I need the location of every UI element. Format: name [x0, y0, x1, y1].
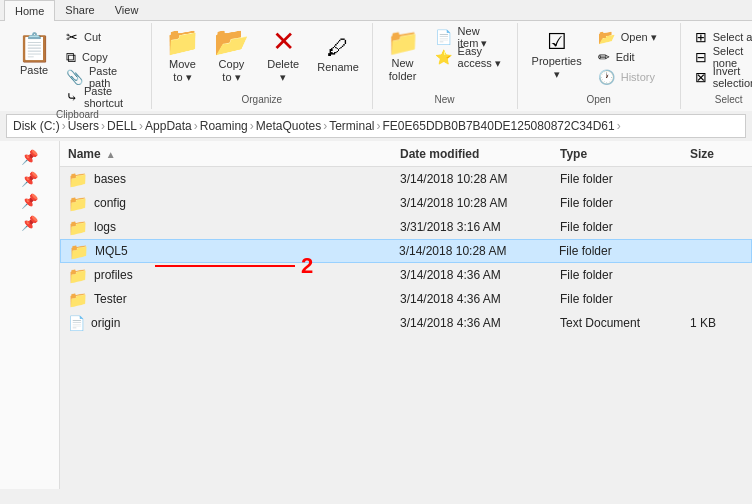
rename-button[interactable]: 🖊 Rename: [312, 25, 363, 87]
group-organize: 📁 Moveto ▾ 📂 Copyto ▾ ✕ Delete ▾ 🖊 Renam…: [152, 23, 373, 109]
ribbon-tabs: Home Share View: [0, 0, 752, 21]
select-none-icon: ⊟: [695, 49, 707, 65]
file-name-cell: 📄origin: [68, 315, 384, 331]
clipboard-label: Clipboard: [56, 107, 99, 122]
file-type: File folder: [551, 244, 681, 258]
open-group: 📂 Open ▾ ✏ Edit 🕐 History: [592, 25, 672, 87]
col-type[interactable]: Type: [552, 147, 682, 161]
file-date: 3/14/2018 10:28 AM: [391, 244, 551, 258]
pin-4[interactable]: 📌: [21, 215, 38, 231]
path-segment-1[interactable]: Disk (C:): [13, 119, 60, 133]
file-name-cell: 📁bases: [68, 170, 384, 189]
table-row[interactable]: 📁config 3/14/2018 10:28 AM File folder: [60, 191, 752, 215]
table-row[interactable]: 📁profiles 3/14/2018 4:36 AM File folder: [60, 263, 752, 287]
paste-path-button[interactable]: 📎 Paste path: [60, 67, 143, 87]
cut-button[interactable]: ✂ Cut: [60, 27, 143, 47]
paste-path-icon: 📎: [66, 69, 83, 85]
new-item-icon: 📄: [435, 29, 452, 45]
easy-access-label: Easy access ▾: [458, 45, 503, 70]
tab-view[interactable]: View: [105, 0, 149, 20]
history-icon: 🕐: [598, 69, 615, 85]
history-button[interactable]: 🕐 History: [592, 67, 672, 87]
move-to-label: Moveto ▾: [169, 58, 196, 84]
new-folder-label: Newfolder: [389, 57, 417, 83]
select-options-group: ⊞ Select all ⊟ Select none ⊠ Invert sele…: [689, 25, 752, 87]
rename-icon: 🖊: [327, 37, 349, 59]
invert-selection-button[interactable]: ⊠ Invert selection: [689, 67, 752, 87]
table-row[interactable]: 📄origin 3/14/2018 4:36 AM Text Document …: [60, 311, 752, 335]
cut-icon: ✂: [66, 29, 78, 45]
tab-home[interactable]: Home: [4, 0, 55, 21]
copy-button[interactable]: ⧉ Copy: [60, 47, 143, 67]
pin-2[interactable]: 📌: [21, 171, 38, 187]
file-type: File folder: [552, 172, 682, 186]
paste-label: Paste: [20, 64, 48, 77]
file-name: config: [94, 196, 126, 210]
open-button[interactable]: 📂 Open ▾: [592, 27, 672, 47]
sidebar-nav: 📌 📌 📌 📌: [0, 141, 60, 489]
file-name-cell: 📁config: [68, 194, 384, 213]
file-date: 3/14/2018 4:36 AM: [392, 268, 552, 282]
delete-label: Delete ▾: [264, 58, 302, 84]
file-name: Tester: [94, 292, 127, 306]
open-label: Open ▾: [621, 31, 657, 44]
file-type: Text Document: [552, 316, 682, 330]
file-pane: 📌 📌 📌 📌 Name ▲ Date modified Type Size 📁…: [0, 141, 752, 489]
col-date[interactable]: Date modified: [392, 147, 552, 161]
table-row[interactable]: 📁MQL5 3/14/2018 10:28 AM File folder: [60, 239, 752, 263]
file-date: 3/14/2018 4:36 AM: [392, 316, 552, 330]
move-to-button[interactable]: 📁 Moveto ▾: [160, 25, 205, 87]
easy-access-button[interactable]: ⭐ Easy access ▾: [429, 47, 509, 67]
sort-icon: ▲: [106, 149, 116, 160]
file-name-cell: 📁profiles: [68, 266, 384, 285]
edit-button[interactable]: ✏ Edit: [592, 47, 672, 67]
rename-label: Rename: [317, 61, 359, 74]
edit-icon: ✏: [598, 49, 610, 65]
invert-icon: ⊠: [695, 69, 707, 85]
file-list: Name ▲ Date modified Type Size 📁bases 3/…: [60, 141, 752, 489]
copy-to-label: Copyto ▾: [219, 58, 245, 84]
pin-3[interactable]: 📌: [21, 193, 38, 209]
cut-label: Cut: [84, 31, 101, 43]
file-rows: 📁bases 3/14/2018 10:28 AM File folder 📁c…: [60, 167, 752, 335]
folder-icon: 📁: [68, 218, 88, 237]
col-size[interactable]: Size: [682, 147, 752, 161]
folder-icon: 📁: [68, 194, 88, 213]
shortcut-label: Paste shortcut: [84, 85, 137, 109]
table-row[interactable]: 📁Tester 3/14/2018 4:36 AM File folder: [60, 287, 752, 311]
path-segment-3[interactable]: DELL: [107, 119, 137, 133]
select-group-label: Select: [715, 92, 743, 107]
file-type: File folder: [552, 220, 682, 234]
organize-label: Organize: [242, 92, 283, 107]
address-bar[interactable]: Disk (C:) › Users › DELL › AppData › Roa…: [6, 114, 746, 138]
path-segment-5[interactable]: Roaming: [200, 119, 248, 133]
edit-label: Edit: [616, 51, 635, 63]
shortcut-button[interactable]: ⤷ Paste shortcut: [60, 87, 143, 107]
move-to-icon: 📁: [165, 28, 200, 56]
select-none-button[interactable]: ⊟ Select none: [689, 47, 752, 67]
file-date: 3/14/2018 10:28 AM: [392, 172, 552, 186]
paste-button[interactable]: 📋 Paste: [12, 25, 56, 87]
delete-button[interactable]: ✕ Delete ▾: [258, 25, 308, 87]
path-segment-7[interactable]: Terminal: [329, 119, 374, 133]
properties-button[interactable]: ☑ Properties ▾: [526, 25, 588, 87]
file-type: File folder: [552, 268, 682, 282]
new-folder-button[interactable]: 📁 Newfolder: [381, 25, 425, 87]
history-label: History: [621, 71, 655, 83]
path-segment-6[interactable]: MetaQuotes: [256, 119, 321, 133]
table-row[interactable]: 📁logs 3/31/2018 3:16 AM File folder: [60, 215, 752, 239]
copy-to-button[interactable]: 📂 Copyto ▾: [209, 25, 254, 87]
tab-share[interactable]: Share: [55, 0, 104, 20]
invert-selection-label: Invert selection: [713, 65, 752, 89]
file-type: File folder: [552, 292, 682, 306]
path-segment-4[interactable]: AppData: [145, 119, 192, 133]
col-name[interactable]: Name ▲: [60, 147, 392, 161]
path-segment-8[interactable]: FE0E65DDB0B7B40DE125080872C34D61: [383, 119, 615, 133]
pin-1[interactable]: 📌: [21, 149, 38, 165]
select-all-icon: ⊞: [695, 29, 707, 45]
select-all-label: Select all: [713, 31, 752, 43]
select-all-button[interactable]: ⊞ Select all: [689, 27, 752, 47]
copy-label: Copy: [82, 51, 108, 63]
file-size: 1 KB: [682, 316, 752, 330]
table-row[interactable]: 📁bases 3/14/2018 10:28 AM File folder: [60, 167, 752, 191]
